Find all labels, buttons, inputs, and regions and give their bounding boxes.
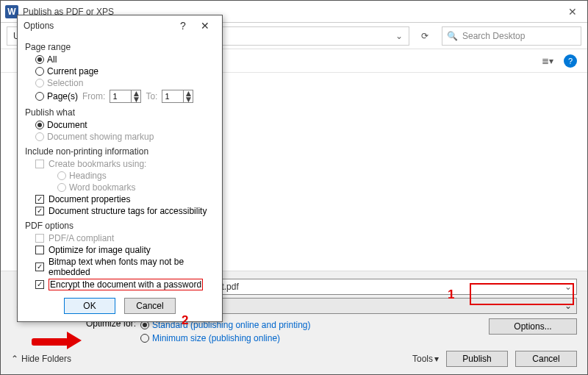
dialog-cancel-button[interactable]: Cancel: [124, 298, 176, 314]
page-from-spinner[interactable]: ▲▼: [110, 90, 141, 103]
bookmarks-word-radio: Word bookmarks: [57, 182, 215, 193]
cancel-button[interactable]: Cancel: [515, 351, 577, 367]
section-pdf-options: PDF options: [25, 221, 215, 231]
view-options-button[interactable]: ≣▾: [542, 56, 553, 66]
section-nonprint: Include non-printing information: [25, 146, 215, 157]
annotation-arrow: [32, 337, 82, 349]
close-icon[interactable]: ✕: [558, 6, 587, 18]
create-bookmarks-checkbox: Create bookmarks using:: [35, 159, 215, 169]
dialog-title: Options: [24, 21, 54, 31]
refresh-button[interactable]: ⟳: [415, 26, 434, 46]
page-to-spinner[interactable]: ▲▼: [162, 90, 193, 103]
pagerange-current-radio[interactable]: Current page: [35, 66, 215, 76]
from-label: From:: [82, 91, 105, 101]
hide-folders-toggle[interactable]: ⌃ Hide Folders: [11, 354, 71, 364]
image-quality-checkbox[interactable]: Optimize for image quality: [35, 245, 215, 255]
chevron-up-icon: ⌃: [11, 354, 18, 364]
ok-button[interactable]: OK: [64, 298, 115, 314]
document-properties-checkbox[interactable]: Document properties: [35, 194, 215, 204]
options-button[interactable]: Options...: [489, 318, 577, 335]
annotation-number-two: 2: [182, 313, 188, 328]
pagerange-selection-radio: Selection: [35, 78, 215, 88]
encrypt-checkbox[interactable]: Encrypt the document with a password: [35, 279, 215, 290]
chevron-down-icon[interactable]: ⌄: [395, 31, 403, 41]
to-label: To:: [146, 91, 157, 101]
annotation-box-options: [470, 283, 574, 305]
dialog-close-icon[interactable]: ✕: [194, 20, 216, 32]
pagerange-all-radio[interactable]: All: [35, 54, 215, 65]
bitmap-text-checkbox[interactable]: Bitmap text when fonts may not be embedd…: [35, 257, 215, 277]
annotation-number-one: 1: [448, 288, 454, 302]
section-publish-what: Publish what: [25, 107, 215, 118]
search-input[interactable]: 🔍 Search Desktop: [442, 26, 581, 46]
options-dialog: Options ? ✕ Page range All Current page …: [17, 15, 223, 322]
publish-markup-radio: Document showing markup: [35, 132, 215, 142]
optimize-minimum-radio[interactable]: Minimum size (publishing online): [140, 333, 310, 343]
tools-dropdown[interactable]: Tools ▾: [412, 354, 439, 364]
publish-button[interactable]: Publish: [446, 351, 508, 367]
help-button[interactable]: ?: [564, 54, 577, 68]
chevron-down-icon: ▾: [434, 354, 439, 364]
bookmarks-headings-radio: Headings: [57, 171, 215, 181]
search-placeholder: Search Desktop: [462, 31, 525, 41]
pdfa-checkbox: PDF/A compliant: [35, 233, 215, 243]
pagerange-pages-radio[interactable]: Page(s): [35, 91, 78, 101]
structure-tags-checkbox[interactable]: Document structure tags for accessibilit…: [35, 206, 215, 216]
section-page-range: Page range: [25, 42, 215, 52]
publish-document-radio[interactable]: Document: [35, 120, 215, 130]
search-icon: 🔍: [447, 31, 458, 41]
dialog-help-icon[interactable]: ?: [172, 20, 194, 32]
